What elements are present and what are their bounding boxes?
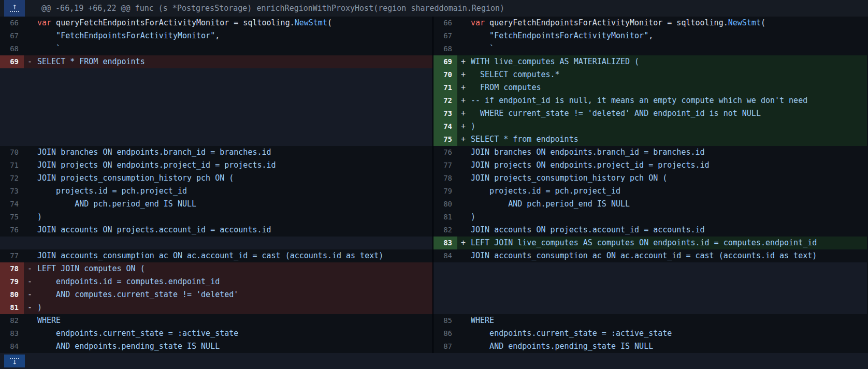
diff-marker: + xyxy=(457,94,471,107)
line-number[interactable]: 78 xyxy=(433,172,457,185)
diff-row: 79 projects.id = pch.project_id xyxy=(433,185,867,198)
code-token: "FetchEndpointsForActivityMonitor" xyxy=(471,31,648,40)
line-number[interactable]: 84 xyxy=(0,340,24,353)
diff-marker xyxy=(24,314,37,327)
line-number[interactable]: 83 xyxy=(433,237,457,249)
expand-up-button[interactable]: ↑ xyxy=(4,0,25,17)
diff-row: 66var queryFetchEndpointsForActivityMoni… xyxy=(0,17,432,29)
line-number[interactable]: 69 xyxy=(433,55,457,68)
code-line: WHERE xyxy=(37,314,432,327)
code-line: var queryFetchEndpointsForActivityMonito… xyxy=(471,17,867,29)
code-line: SELECT * FROM endpoints xyxy=(37,55,432,68)
line-number[interactable]: 79 xyxy=(433,185,457,198)
line-number[interactable]: 66 xyxy=(0,17,24,29)
code-line: AND endpoints.pending_state IS NULL xyxy=(37,340,432,353)
code-token: JOIN projects_consumption_history pch ON… xyxy=(37,173,234,183)
line-number[interactable]: 75 xyxy=(0,211,24,224)
code-line: endpoints.current_state = :active_state xyxy=(471,327,867,340)
line-number[interactable]: 74 xyxy=(433,120,457,133)
line-number[interactable]: 87 xyxy=(433,340,457,353)
diff-row: 71JOIN projects ON endpoints.project_id … xyxy=(0,159,432,172)
diff-marker xyxy=(457,159,471,172)
line-number[interactable]: 72 xyxy=(0,172,24,185)
line-number[interactable]: 70 xyxy=(433,68,457,81)
code-line: JOIN branches ON endpoints.branch_id = b… xyxy=(471,146,867,159)
diff-marker xyxy=(457,29,471,42)
code-token: AND computes.current_state != 'deleted' xyxy=(37,290,238,299)
line-number[interactable]: 83 xyxy=(0,327,24,340)
diff-marker xyxy=(24,17,37,29)
code-token: JOIN projects ON endpoints.project_id = … xyxy=(471,160,710,170)
diff-panes: 66var queryFetchEndpointsForActivityMoni… xyxy=(0,17,868,353)
code-token: JOIN projects ON endpoints.project_id = … xyxy=(37,160,276,170)
line-number[interactable]: 68 xyxy=(0,42,24,55)
line-number[interactable]: 80 xyxy=(433,198,457,211)
code-token: projects.id = pch.project_id xyxy=(37,186,187,196)
line-number[interactable]: 80 xyxy=(0,288,24,301)
code-token: endpoints.current_state = :active_state xyxy=(37,329,238,338)
line-number[interactable]: 75 xyxy=(433,133,457,146)
line-number[interactable]: 79 xyxy=(0,275,24,288)
code-line: AND pch.period_end IS NULL xyxy=(37,198,432,211)
diff-row: 81) xyxy=(433,211,867,224)
line-number[interactable]: 77 xyxy=(433,159,457,172)
code-token: NewStmt xyxy=(728,18,761,27)
line-number[interactable]: 70 xyxy=(0,146,24,159)
code-token: JOIN accounts_consumption ac ON ac.accou… xyxy=(471,251,817,260)
diff-marker: + xyxy=(457,133,471,146)
code-token: LEFT JOIN computes ON ( xyxy=(37,264,145,273)
line-number[interactable]: 73 xyxy=(0,185,24,198)
diff-row xyxy=(433,288,867,301)
diff-marker: - xyxy=(24,262,37,275)
expand-down-icon: ↓ xyxy=(10,357,19,365)
code-line: var queryFetchEndpointsForActivityMonito… xyxy=(37,17,432,29)
expand-down-button[interactable]: ↓ xyxy=(4,355,25,367)
line-number[interactable]: 76 xyxy=(433,146,457,159)
line-number[interactable]: 76 xyxy=(0,224,24,237)
line-number[interactable]: 66 xyxy=(433,17,457,29)
line-number[interactable]: 68 xyxy=(433,42,457,55)
line-number[interactable]: 82 xyxy=(433,224,457,237)
diff-marker xyxy=(24,327,37,340)
diff-row: 73+ WHERE current_state != 'deleted' AND… xyxy=(433,107,867,120)
line-number[interactable]: 81 xyxy=(433,211,457,224)
line-number[interactable]: 85 xyxy=(433,314,457,327)
diff-row: 68 ` xyxy=(0,42,432,55)
line-number[interactable]: 67 xyxy=(0,29,24,42)
code-token: JOIN projects_consumption_history pch ON… xyxy=(471,173,667,183)
diff-marker: - xyxy=(24,301,37,314)
code-line: projects.id = pch.project_id xyxy=(471,185,867,198)
diff-marker xyxy=(457,185,471,198)
line-number[interactable]: 84 xyxy=(433,249,457,262)
code-line: "FetchEndpointsForActivityMonitor", xyxy=(37,29,432,42)
code-token: SELECT * FROM endpoints xyxy=(37,57,145,66)
diff-marker xyxy=(457,42,471,55)
line-number[interactable]: 74 xyxy=(0,198,24,211)
code-token: projects.id = pch.project_id xyxy=(471,186,620,196)
line-number[interactable]: 77 xyxy=(0,249,24,262)
line-number[interactable]: 82 xyxy=(0,314,24,327)
line-number[interactable]: 78 xyxy=(0,262,24,275)
diff-row: 81-) xyxy=(0,301,432,314)
code-line: WHERE xyxy=(471,314,867,327)
code-token: FROM computes xyxy=(471,83,541,92)
line-number[interactable]: 73 xyxy=(433,107,457,120)
line-number[interactable]: 86 xyxy=(433,327,457,340)
code-token: LEFT JOIN live_computes AS computes ON e… xyxy=(471,238,817,247)
diff-marker xyxy=(24,146,37,159)
code-line: AND computes.current_state != 'deleted' xyxy=(37,288,432,301)
line-number[interactable]: 81 xyxy=(0,301,24,314)
line-number[interactable]: 72 xyxy=(433,94,457,107)
code-line: ) xyxy=(471,120,867,133)
code-line: projects.id = pch.project_id xyxy=(37,185,432,198)
diff-marker xyxy=(24,224,37,237)
code-line: FROM computes xyxy=(471,81,867,94)
line-number[interactable]: 71 xyxy=(0,159,24,172)
code-line: JOIN projects_consumption_history pch ON… xyxy=(471,172,867,185)
diff-marker xyxy=(24,198,37,211)
line-number[interactable]: 69 xyxy=(0,55,24,68)
code-token: , xyxy=(215,31,220,40)
line-number[interactable]: 71 xyxy=(433,81,457,94)
line-number[interactable]: 67 xyxy=(433,29,457,42)
code-token: queryFetchEndpointsForActivityMonitor = … xyxy=(485,18,728,27)
